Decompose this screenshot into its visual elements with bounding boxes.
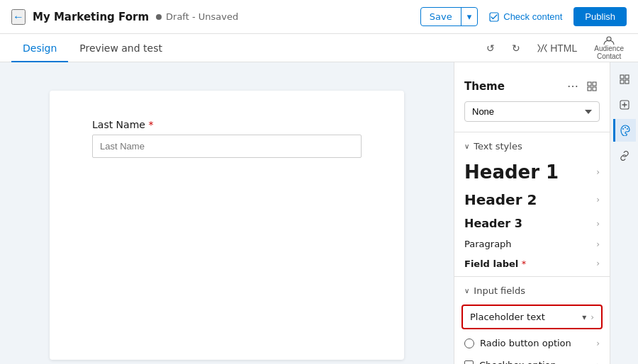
header2-item[interactable]: Header 2 › (454, 187, 610, 212)
save-dropdown-arrow[interactable]: ▾ (461, 8, 478, 25)
placeholder-dropdown-arrow[interactable]: ▾ (582, 312, 586, 322)
input-fields-header[interactable]: ∨ Input fields (464, 285, 600, 302)
theme-select-wrap: None Default Custom (454, 101, 610, 129)
svg-rect-3 (593, 82, 596, 86)
audience-icon (603, 36, 615, 45)
panel-icon-palette[interactable] (613, 119, 636, 142)
panel-icon-link[interactable] (613, 144, 636, 167)
input-fields-label: Input fields (474, 285, 525, 296)
placeholder-wrap: Placeholder text ▾ › (454, 305, 610, 329)
draft-dot (156, 14, 162, 20)
header3-item[interactable]: Header 3 › (454, 212, 610, 234)
theme-more-button[interactable]: ⋯ (564, 76, 581, 96)
field-container: Last Name * (92, 119, 362, 158)
audience-button[interactable]: Audience Contact (591, 33, 627, 63)
paragraph-item[interactable]: Paragraph › (454, 234, 610, 254)
panel-icons (610, 62, 638, 364)
layout-icon (587, 81, 597, 91)
paragraph-chevron: › (596, 239, 600, 249)
form-canvas: Last Name * (50, 91, 404, 360)
svg-rect-6 (620, 75, 624, 79)
theme-layout-button[interactable] (584, 76, 600, 96)
placeholder-controls: ▾ › (582, 312, 594, 322)
paragraph-label: Paragraph (464, 239, 512, 249)
svg-point-12 (625, 127, 626, 128)
theme-select[interactable]: None Default Custom (464, 101, 600, 122)
checkbox-option-label: Checkbox option (479, 360, 556, 364)
svg-rect-5 (593, 87, 596, 91)
required-indicator: * (148, 119, 153, 130)
palette-icon (620, 125, 630, 136)
radio-label: Radio button option (464, 338, 571, 348)
checkbox-label: Checkbox option (464, 360, 556, 364)
checkbox-icon (464, 360, 474, 364)
tab-design[interactable]: Design (11, 35, 68, 62)
header2-chevron: › (596, 195, 600, 205)
save-button-label[interactable]: Save (421, 8, 461, 25)
html-icon (537, 44, 547, 52)
header1-chevron: › (596, 167, 600, 177)
radio-circle-icon (464, 339, 474, 348)
divider-2 (454, 276, 610, 277)
svg-rect-7 (625, 75, 629, 79)
svg-rect-2 (588, 82, 591, 86)
placeholder-text-label: Placeholder text (470, 312, 545, 322)
top-bar: ← My Marketing Form Draft - Unsaved Save… (0, 0, 638, 34)
check-content-icon (489, 12, 499, 22)
svg-rect-4 (588, 87, 591, 91)
header3-chevron: › (596, 219, 600, 229)
field-label-text: Field label * (464, 258, 526, 269)
check-content-button[interactable]: Check content (483, 8, 568, 25)
panel-content: Theme ⋯ None Default Custom (454, 62, 610, 364)
input-fields-section: ∨ Input fields (454, 280, 610, 302)
text-styles-header[interactable]: ∨ Text styles (464, 141, 600, 157)
canvas: Last Name * (0, 62, 454, 364)
checkbox-item[interactable]: Checkbox option › (454, 354, 610, 364)
field-label-item[interactable]: Field label * › (454, 254, 610, 273)
placeholder-item[interactable]: Placeholder text ▾ › (461, 305, 603, 329)
tab-preview-and-test[interactable]: Preview and test (68, 35, 174, 62)
field-label: Last Name * (92, 119, 362, 130)
panel-icon-add[interactable] (613, 93, 636, 116)
form-title: My Marketing Form (33, 11, 149, 23)
nav-tabs: Design Preview and test ↺ ↻ HTML Audienc… (0, 34, 638, 62)
right-panel: Theme ⋯ None Default Custom (454, 62, 638, 364)
collapse-arrow-text-styles: ∨ (464, 142, 469, 150)
theme-title: Theme (464, 80, 505, 93)
save-button[interactable]: Save ▾ (420, 7, 478, 26)
radio-option-label: Radio button option (480, 338, 571, 348)
svg-point-13 (627, 128, 628, 130)
publish-button[interactable]: Publish (573, 7, 627, 26)
grid-icon (620, 74, 629, 84)
draft-status: Draft - Unsaved (166, 11, 238, 22)
redo-button[interactable]: ↻ (509, 40, 523, 57)
header1-item[interactable]: Header 1 › (454, 157, 610, 187)
undo-button[interactable]: ↺ (483, 40, 498, 57)
top-bar-left: ← My Marketing Form Draft - Unsaved (11, 9, 238, 25)
section-actions: ⋯ (564, 76, 600, 96)
placeholder-chevron: › (591, 312, 594, 322)
main-layout: Last Name * Theme ⋯ (0, 62, 638, 364)
last-name-input[interactable] (92, 135, 362, 158)
text-styles-label: Text styles (474, 141, 522, 152)
field-label-required: * (522, 258, 527, 269)
header3-label: Header 3 (464, 217, 522, 230)
tabs-right: ↺ ↻ HTML Audience Contact (483, 33, 627, 63)
divider-1 (454, 132, 610, 132)
svg-point-11 (622, 128, 624, 130)
text-styles-section: ∨ Text styles (454, 135, 610, 157)
radio-item[interactable]: Radio button option › (454, 332, 610, 354)
header1-label: Header 1 (464, 161, 559, 183)
svg-rect-9 (625, 80, 629, 84)
checkbox-chevron: › (596, 360, 600, 365)
back-button[interactable]: ← (11, 9, 26, 25)
draft-badge: Draft - Unsaved (156, 11, 238, 22)
html-button[interactable]: HTML (535, 40, 580, 57)
panel-icon-grid[interactable] (613, 68, 636, 91)
tabs-left: Design Preview and test (11, 35, 174, 62)
header2-label: Header 2 (464, 191, 537, 208)
placeholder-left: Placeholder text (470, 312, 545, 322)
collapse-arrow-input-fields: ∨ (464, 287, 469, 295)
add-icon (620, 100, 629, 110)
svg-rect-8 (620, 80, 624, 84)
